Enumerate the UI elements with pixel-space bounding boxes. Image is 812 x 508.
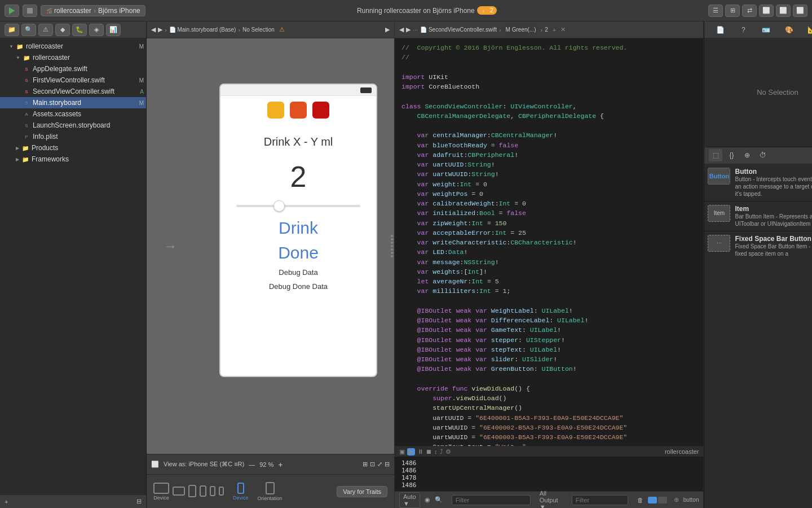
slider-thumb[interactable] [273,200,285,212]
device-iphone[interactable] [200,485,206,498]
debug-toggle[interactable]: ⬜ [776,5,791,17]
navigator-toggle[interactable]: ⬜ [759,5,774,17]
output-line: 1478 [401,474,696,481]
thread-btn[interactable]: ↕ [434,448,438,456]
fit-btn[interactable]: ⊡ [370,461,375,468]
size-inspector-btn[interactable]: 📐 [805,24,812,36]
device-ipad-pro[interactable]: Device [153,483,169,501]
sidebar-item-firstvc[interactable]: S FirstViewController.swift M [0,75,146,86]
breadcrumb-separator: › [165,27,167,33]
storyboard-badge: M [139,100,144,106]
inspector-toggle[interactable]: ⬜ [793,5,807,17]
view-toggle[interactable]: 🔍 [435,496,443,503]
sidebar-test-btn[interactable]: ◆ [55,24,70,36]
close-tab-btn[interactable]: ✕ [561,26,566,33]
sidebar-report-btn[interactable]: 📊 [106,24,121,36]
step-in-btn[interactable]: ⏸ [417,448,423,456]
device-active-iphone[interactable]: Device [233,483,249,501]
sidebar-debug-btn[interactable]: 🐛 [72,24,87,36]
share-btn[interactable]: ⤴ [440,448,443,456]
sidebar-item-root[interactable]: ▼ 📁 rollercoaster M [0,41,146,52]
sidebar-item-mainstoryboard[interactable]: S Main.storyboard M [0,97,146,108]
vary-traits-button[interactable]: Vary for Traits [337,486,387,497]
battery-icon [360,87,372,93]
sidebar-item-infoplist[interactable]: P Info.plist [0,131,146,142]
code-area[interactable]: // Copyright © 2016 Björn Englesson. All… [395,38,703,446]
device-iphone-4[interactable] [219,487,224,497]
main-content: 📁 🔍 ⚠ ◆ 🐛 ◈ 📊 ▼ 📁 rollercoaster M ▼ 📁 ro… [0,21,812,508]
run-button[interactable] [5,5,19,17]
back-forward[interactable]: ⇄ [742,5,757,17]
view-as-icon[interactable]: ⬜ [151,461,159,468]
zoom-in-btn[interactable]: + [278,460,283,469]
editor-toggle-standard[interactable]: ☰ [708,5,723,17]
filter-input-2[interactable] [572,495,628,505]
inspector-item-button[interactable]: Button Button Button - Intercepts touch … [704,164,812,201]
sidebar-item-launchscreen[interactable]: S LaunchScreen.storyboard [0,120,146,131]
done-button[interactable]: Done [278,243,319,262]
editor-toggle-assistant[interactable]: ⊞ [725,5,740,17]
continue-btn[interactable]: ▣ [399,448,405,456]
split-right-btn[interactable] [658,497,667,503]
bar-button-library-icon: Item [708,205,730,222]
sidebar-item-frameworks[interactable]: ▶ 📁 Frameworks [0,154,146,165]
zoom-btn[interactable]: ⤢ [377,461,382,468]
auto-selector[interactable]: Auto ▼ [399,492,420,508]
library-snippets-btn[interactable]: ⊕ [740,149,754,161]
sidebar-breakpoint-btn[interactable]: ◈ [89,24,104,36]
orientation-portrait[interactable] [266,482,275,494]
add-tab-btn[interactable]: + [553,27,556,33]
device-ipad[interactable] [173,487,185,497]
sidebar-folder-btn[interactable]: 📁 [5,24,19,36]
code-back-btn[interactable]: ◀ [399,26,404,33]
inspector-item-bar-button[interactable]: Item Item Bar Button Item - Represents a… [704,202,812,231]
scheme-selector[interactable]: 🎢 rollercoaster › Björns iPhone [41,5,145,16]
device-iphone-se[interactable] [210,486,215,497]
more-btn[interactable]: ⚙ [445,448,451,456]
sidebar-bottom-status: + ⊟ [0,494,146,508]
filter-input[interactable] [452,495,531,505]
add-target-btn[interactable]: ⊕ [674,496,679,503]
quick-help-btn[interactable]: ? [736,24,750,36]
trash-btn[interactable]: 🗑 [637,497,643,503]
storyboard-canvas[interactable]: → Drink X - Y ml 2 [147,38,394,454]
grid-toggle-btn[interactable]: ⊞ [363,461,368,468]
library-objects-btn[interactable]: ⬚ [709,149,722,161]
no-selection-label: No Selection [704,38,812,147]
library-recent-btn[interactable]: ⏱ [756,149,770,161]
sidebar-item-assets[interactable]: A Assets.xcassets [0,108,146,120]
sidebar-item-group[interactable]: ▼ 📁 rollercoaster [0,52,146,63]
step-over-btn[interactable]: ▶ [407,448,415,456]
code-line: var zipWeight:Int = 150 [401,218,696,228]
sidebar-item-appdelegate[interactable]: S AppDelegate.swift [0,63,146,75]
drink-button[interactable]: Drink [279,218,318,238]
sidebar-item-secondvc[interactable]: S SecondViewController.swift A [0,86,146,97]
library-media-btn[interactable]: {} [725,149,738,161]
warning-badge[interactable]: ! 2 [477,6,497,15]
sidebar-item-products[interactable]: ▶ 📁 Products [0,142,146,154]
stop-button[interactable] [23,5,37,17]
breakpoint-toggle[interactable]: ◉ [425,496,430,503]
step-out-btn[interactable]: ⏹ [426,448,432,456]
sidebar-search-btn[interactable]: 🔍 [21,24,36,36]
filter-btn[interactable]: ⊟ [136,498,142,505]
split-left-btn[interactable] [648,497,657,503]
code-forward-btn[interactable]: ▶ [406,26,411,33]
scroll-dots [391,235,393,257]
attributes-inspector-btn[interactable]: 🎨 [782,24,796,36]
output-all-selector[interactable]: All Output ▼ [540,490,558,509]
inspector-item-fixed-space[interactable]: ⋯ Fixed Space Bar Button Item Fixed Spac… [704,231,812,261]
nav-right-btn[interactable]: ▶ [385,26,390,33]
svg-rect-1 [27,8,33,14]
swift-icon: S [23,76,30,84]
constraints-btn[interactable]: ⊟ [385,461,390,468]
button-library-icon: Button [708,168,730,185]
device-iphone-plus[interactable] [188,485,196,498]
back-btn[interactable]: ◀ [151,26,156,33]
file-inspector-btn[interactable]: 📄 [714,24,727,36]
device-toolbar: Device [147,474,394,508]
identity-inspector-btn[interactable]: 🪪 [760,24,773,36]
sidebar-warning-btn[interactable]: ⚠ [38,24,53,36]
forward-btn[interactable]: ▶ [158,26,162,33]
add-file-btn[interactable]: + [5,498,8,505]
